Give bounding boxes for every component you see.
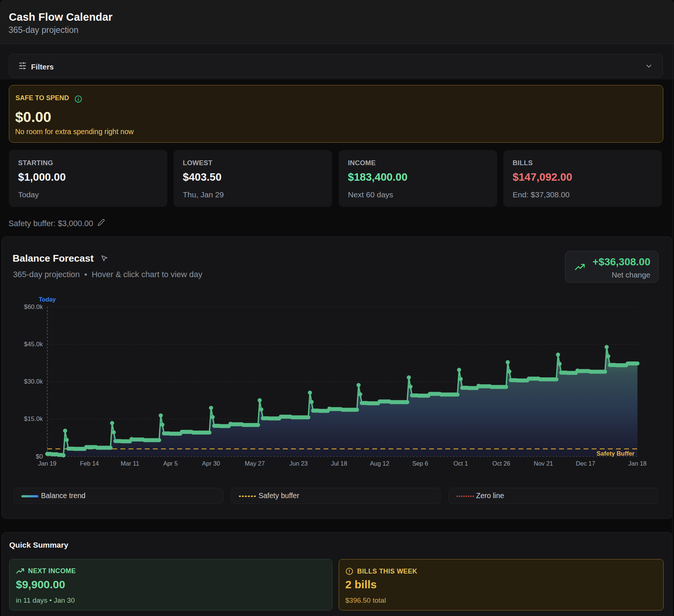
svg-text:$30.0k: $30.0k	[24, 378, 43, 385]
svg-text:May 27: May 27	[245, 460, 265, 467]
svg-text:Sep 6: Sep 6	[412, 460, 428, 467]
svg-text:$15.0k: $15.0k	[24, 415, 43, 422]
svg-text:Today: Today	[39, 296, 56, 303]
svg-text:Feb 14: Feb 14	[80, 460, 99, 467]
svg-text:Safety Buffer: Safety Buffer	[596, 450, 634, 457]
svg-text:Oct 26: Oct 26	[492, 460, 510, 467]
svg-text:Mar 11: Mar 11	[121, 460, 139, 467]
svg-text:Jan 19: Jan 19	[38, 460, 57, 467]
svg-text:Jun 23: Jun 23	[290, 460, 308, 467]
svg-text:Dec 17: Dec 17	[576, 460, 595, 467]
svg-text:Apr 5: Apr 5	[163, 460, 178, 467]
svg-text:Oct 1: Oct 1	[454, 460, 468, 467]
svg-text:Nov 21: Nov 21	[534, 460, 553, 467]
svg-text:Jan 18: Jan 18	[628, 460, 647, 467]
svg-text:Aug 12: Aug 12	[370, 460, 389, 467]
svg-text:$45.0k: $45.0k	[24, 341, 43, 348]
svg-text:Apr 30: Apr 30	[202, 460, 220, 467]
svg-text:$60.0k: $60.0k	[24, 303, 43, 310]
svg-text:$0: $0	[36, 453, 43, 460]
svg-text:Jul 18: Jul 18	[331, 460, 347, 467]
